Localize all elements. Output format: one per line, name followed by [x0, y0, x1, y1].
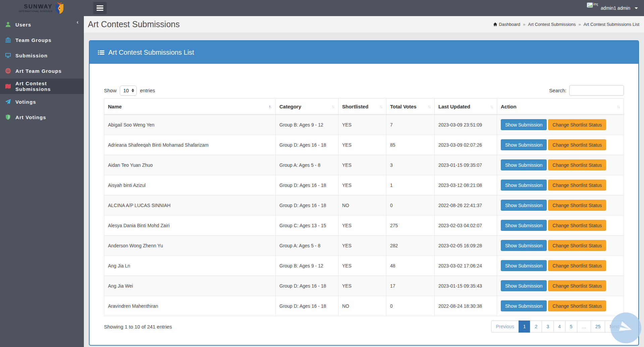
- show-submission-button[interactable]: Show Submission: [501, 200, 547, 211]
- page-length-control: Show 10 entries: [104, 86, 155, 96]
- sidebar-item-art-contest-submissions[interactable]: Art Contest Submissions: [0, 79, 84, 94]
- last-updated-cell: 2023-03-12 08:21:08: [435, 175, 497, 195]
- chevron-left-icon[interactable]: ‹: [76, 19, 79, 25]
- column-header-name[interactable]: Name↑↓: [104, 99, 276, 115]
- last-updated-cell: 2023-02-03 04:02:07: [435, 215, 497, 236]
- submissions-table-body: Abigail Soo Weng YenGroup B: Ages 9 - 12…: [104, 115, 624, 316]
- search-control: Search:: [549, 85, 624, 96]
- avatar-broken-image-icon: img: [587, 2, 598, 8]
- last-updated-cell: 2023-02-05 16:09:28: [435, 236, 497, 256]
- monitor-icon: [5, 52, 11, 58]
- breadcrumb-dashboard[interactable]: Dashboard: [493, 22, 520, 27]
- floating-send-button[interactable]: [610, 312, 641, 343]
- column-label: Last Updated: [438, 104, 470, 109]
- column-header-action[interactable]: Action↑↓: [497, 99, 624, 115]
- table-row: Anderson Wong Zhenn YuGroup A: Ages 5 - …: [104, 236, 624, 256]
- breadcrumb-art-contest-submissions[interactable]: Art Contest Submissions: [528, 22, 576, 27]
- show-submission-button[interactable]: Show Submission: [501, 260, 547, 271]
- column-header-category[interactable]: Category↑↓: [276, 99, 338, 115]
- name-cell: Aravindren Mahenthiran: [104, 296, 276, 316]
- shortlisted-cell: YES: [338, 175, 386, 195]
- main-column: img admin1 admin Art Contest Submissions…: [84, 0, 644, 347]
- last-updated-cell: 2023-01-15 09:35:43: [435, 276, 497, 296]
- change-shortlist-status-button[interactable]: Change Shortlist Status: [548, 119, 606, 130]
- show-submission-button[interactable]: Show Submission: [501, 300, 547, 311]
- header-row: Name↑↓Category↑↓Shortlisted↑↓Total Votes…: [104, 99, 624, 115]
- table-head: Name↑↓Category↑↓Shortlisted↑↓Total Votes…: [104, 99, 624, 115]
- sort-icon: ↑↓: [617, 104, 620, 109]
- change-shortlist-status-button[interactable]: Change Shortlist Status: [548, 159, 606, 170]
- pagination-page-4[interactable]: 4: [553, 320, 566, 333]
- send-icon: [619, 321, 633, 335]
- page-length-select[interactable]: 10: [120, 86, 137, 96]
- user-menu[interactable]: img admin1 admin: [587, 5, 638, 11]
- pagination-page-25[interactable]: 25: [591, 320, 605, 333]
- sidebar-item-label: Team Groups: [15, 37, 52, 43]
- brand-name: SUNWAY: [19, 4, 53, 9]
- column-header-last-updated[interactable]: Last Updated↑↓: [435, 99, 497, 115]
- hamburger-icon: [97, 5, 103, 6]
- change-shortlist-status-button[interactable]: Change Shortlist Status: [548, 240, 606, 251]
- sidebar-item-art-votings[interactable]: Art Votings: [0, 109, 84, 125]
- sidebar-item-label: Votings: [15, 99, 36, 105]
- sort-icon: ↑↓: [269, 104, 272, 109]
- show-submission-button[interactable]: Show Submission: [501, 119, 547, 130]
- menu-toggle-button[interactable]: [93, 2, 107, 14]
- pagination-previous[interactable]: Previous: [491, 320, 519, 333]
- column-header-shortlisted[interactable]: Shortlisted↑↓: [338, 99, 386, 115]
- content-header: Art Contest Submissions Dashboard » Art …: [84, 16, 644, 33]
- sidebar-item-votings[interactable]: Votings: [0, 94, 84, 109]
- category-cell: Group A: Ages 5 - 8: [276, 155, 338, 175]
- show-submission-button[interactable]: Show Submission: [501, 159, 547, 170]
- change-shortlist-status-button[interactable]: Change Shortlist Status: [548, 200, 606, 211]
- avatar-alt-text: img: [593, 2, 598, 6]
- change-shortlist-status-button[interactable]: Change Shortlist Status: [548, 139, 606, 150]
- table-row: Alesya Dania Binti Mohd ZairiGroup C: Ag…: [104, 215, 624, 236]
- show-label: Show: [104, 88, 117, 93]
- name-cell: Abigail Soo Weng Yen: [104, 115, 276, 135]
- sidebar-item-users[interactable]: Users‹: [0, 17, 84, 32]
- sidebar-item-submission[interactable]: Submission: [0, 48, 84, 63]
- category-cell: Group C: Ages 13 - 15: [276, 215, 338, 236]
- show-submission-button[interactable]: Show Submission: [501, 220, 547, 231]
- paper-plane-icon: [5, 99, 11, 105]
- page-title: Art Contest Submissions: [88, 19, 180, 29]
- show-submission-button[interactable]: Show Submission: [501, 139, 547, 150]
- sidebar-item-label: Art Team Groups: [15, 68, 62, 74]
- pagination-page-1[interactable]: 1: [519, 320, 531, 333]
- action-cell: Show SubmissionChange Shortlist Status: [497, 175, 624, 195]
- last-updated-cell: 2023-03-02 17:06:24: [435, 256, 497, 276]
- action-cell: Show SubmissionChange Shortlist Status: [497, 236, 624, 256]
- show-submission-button[interactable]: Show Submission: [501, 280, 547, 291]
- content-area: Art Contest Submissions List Show 10 ent…: [84, 33, 644, 347]
- column-header-total-votes[interactable]: Total Votes↑↓: [386, 99, 435, 115]
- shortlisted-cell: YES: [338, 256, 386, 276]
- sidebar-item-art-team-groups[interactable]: Art Team Groups: [0, 63, 84, 79]
- category-cell: Group D: Ages 16 - 18: [276, 276, 338, 296]
- shortlisted-cell: YES: [338, 236, 386, 256]
- pagination-page-5[interactable]: 5: [565, 320, 577, 333]
- pagination-ellipsis: …: [577, 320, 591, 333]
- change-shortlist-status-button[interactable]: Change Shortlist Status: [548, 300, 606, 311]
- last-updated-cell: 2023-03-09 02:07:26: [435, 135, 497, 155]
- page-length-value: 10: [123, 88, 129, 93]
- show-submission-button[interactable]: Show Submission: [501, 180, 547, 191]
- pagination-page-3[interactable]: 3: [542, 320, 554, 333]
- action-cell: Show SubmissionChange Shortlist Status: [497, 256, 624, 276]
- show-submission-button[interactable]: Show Submission: [501, 240, 547, 251]
- total-votes-cell: 17: [386, 276, 435, 296]
- entries-label: entries: [140, 88, 155, 93]
- breadcrumb: Dashboard » Art Contest Submissions » Ar…: [493, 22, 639, 27]
- brand-logo[interactable]: SUNWAY INTERNATIONAL SCHOOLS: [0, 0, 84, 16]
- search-input[interactable]: [569, 85, 624, 96]
- change-shortlist-status-button[interactable]: Change Shortlist Status: [548, 180, 606, 191]
- brand-subtitle: INTERNATIONAL SCHOOLS: [19, 10, 53, 13]
- change-shortlist-status-button[interactable]: Change Shortlist Status: [548, 220, 606, 231]
- change-shortlist-status-button[interactable]: Change Shortlist Status: [548, 260, 606, 271]
- breadcrumb-current: Art Contest Submissions List: [584, 22, 639, 27]
- sidebar-item-team-groups[interactable]: Team Groups: [0, 32, 84, 48]
- search-label: Search:: [549, 88, 567, 93]
- sidebar-menu: Users‹Team GroupsSubmissionArt Team Grou…: [0, 16, 84, 125]
- change-shortlist-status-button[interactable]: Change Shortlist Status: [548, 280, 606, 291]
- pagination-page-2[interactable]: 2: [530, 320, 542, 333]
